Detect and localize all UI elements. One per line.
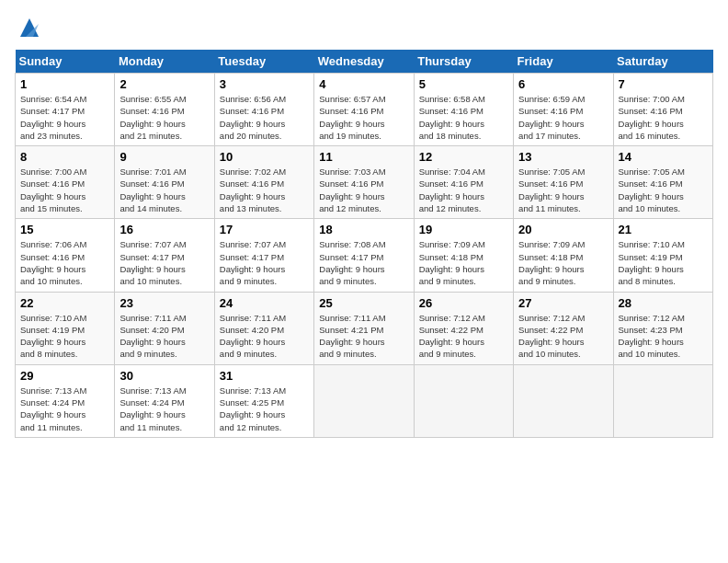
calendar-day-cell: 8Sunrise: 7:00 AMSunset: 4:16 PMDaylight… [16,146,115,219]
day-of-week-header: Tuesday [214,50,313,74]
day-info: Sunrise: 7:11 AMSunset: 4:20 PMDaylight:… [119,312,209,361]
logo [15,15,42,40]
day-info: Sunrise: 7:07 AMSunset: 4:17 PMDaylight:… [220,238,309,287]
page-header [15,15,713,40]
day-number: 15 [20,223,109,236]
day-number: 19 [419,223,508,236]
day-number: 27 [518,296,608,310]
day-number: 10 [220,150,309,164]
day-info: Sunrise: 7:03 AMSunset: 4:16 PMDaylight:… [319,166,408,214]
day-number: 14 [619,150,708,164]
day-info: Sunrise: 7:12 AMSunset: 4:22 PMDaylight:… [419,312,508,361]
day-info: Sunrise: 7:00 AMSunset: 4:16 PMDaylight:… [20,166,109,214]
day-info: Sunrise: 7:04 AMSunset: 4:16 PMDaylight:… [419,166,508,214]
day-number: 25 [319,296,408,310]
day-number: 31 [220,369,309,383]
calendar-day-cell: 2Sunrise: 6:55 AMSunset: 4:16 PMDaylight… [115,74,214,146]
day-number: 9 [119,150,209,164]
calendar-day-cell: 25Sunrise: 7:11 AMSunset: 4:21 PMDayligh… [314,292,414,364]
calendar-day-cell: 7Sunrise: 7:00 AMSunset: 4:16 PMDaylight… [613,74,712,146]
calendar-day-cell: 1Sunrise: 6:54 AMSunset: 4:17 PMDaylight… [16,74,115,146]
day-number: 12 [419,150,508,164]
day-number: 28 [619,296,708,310]
day-number: 7 [619,77,708,91]
calendar-day-cell: 23Sunrise: 7:11 AMSunset: 4:20 PMDayligh… [115,292,214,364]
day-info: Sunrise: 7:07 AMSunset: 4:17 PMDaylight:… [119,238,209,287]
day-of-week-header: Thursday [414,50,513,74]
day-info: Sunrise: 6:59 AMSunset: 4:16 PMDaylight:… [518,93,608,142]
day-header-row: SundayMondayTuesdayWednesdayThursdayFrid… [16,50,713,74]
calendar-day-cell: 6Sunrise: 6:59 AMSunset: 4:16 PMDaylight… [514,74,613,146]
day-info: Sunrise: 7:00 AMSunset: 4:16 PMDaylight:… [619,93,708,142]
day-number: 1 [20,77,109,91]
calendar-table: SundayMondayTuesdayWednesdayThursdayFrid… [15,50,713,438]
calendar-day-cell: 14Sunrise: 7:05 AMSunset: 4:16 PMDayligh… [613,146,712,219]
calendar-week-row: 15Sunrise: 7:06 AMSunset: 4:16 PMDayligh… [16,219,713,292]
day-number: 20 [518,223,608,236]
day-number: 3 [220,77,309,91]
calendar-day-cell: 15Sunrise: 7:06 AMSunset: 4:16 PMDayligh… [16,219,115,292]
calendar-day-cell: 21Sunrise: 7:10 AMSunset: 4:19 PMDayligh… [613,219,712,292]
day-of-week-header: Sunday [16,50,115,74]
day-number: 21 [619,223,708,236]
calendar-day-cell: 26Sunrise: 7:12 AMSunset: 4:22 PMDayligh… [414,292,513,364]
calendar-day-cell: 3Sunrise: 6:56 AMSunset: 4:16 PMDaylight… [214,74,313,146]
calendar-day-cell: 22Sunrise: 7:10 AMSunset: 4:19 PMDayligh… [16,292,115,364]
calendar-day-cell: 13Sunrise: 7:05 AMSunset: 4:16 PMDayligh… [514,146,613,219]
day-number: 30 [119,369,209,383]
day-number: 13 [518,150,608,164]
day-of-week-header: Wednesday [314,50,414,74]
calendar-day-cell: 10Sunrise: 7:02 AMSunset: 4:16 PMDayligh… [214,146,313,219]
calendar-day-cell [414,364,513,437]
calendar-day-cell: 5Sunrise: 6:58 AMSunset: 4:16 PMDaylight… [414,74,513,146]
day-info: Sunrise: 7:13 AMSunset: 4:25 PMDaylight:… [220,385,309,433]
calendar-day-cell: 27Sunrise: 7:12 AMSunset: 4:22 PMDayligh… [514,292,613,364]
day-info: Sunrise: 7:11 AMSunset: 4:20 PMDaylight:… [220,312,309,361]
day-number: 22 [20,296,109,310]
day-number: 26 [419,296,508,310]
calendar-day-cell: 4Sunrise: 6:57 AMSunset: 4:16 PMDaylight… [314,74,414,146]
calendar-day-cell [314,364,414,437]
logo-icon [17,15,42,40]
day-number: 16 [119,223,209,236]
page-container: SundayMondayTuesdayWednesdayThursdayFrid… [0,0,728,445]
calendar-day-cell: 30Sunrise: 7:13 AMSunset: 4:24 PMDayligh… [115,364,214,437]
day-info: Sunrise: 7:01 AMSunset: 4:16 PMDaylight:… [119,166,209,214]
day-info: Sunrise: 7:11 AMSunset: 4:21 PMDaylight:… [319,312,408,361]
calendar-week-row: 22Sunrise: 7:10 AMSunset: 4:19 PMDayligh… [16,292,713,364]
day-number: 24 [220,296,309,310]
day-of-week-header: Monday [115,50,214,74]
day-info: Sunrise: 6:54 AMSunset: 4:17 PMDaylight:… [20,93,109,142]
calendar-day-cell: 28Sunrise: 7:12 AMSunset: 4:23 PMDayligh… [613,292,712,364]
calendar-week-row: 29Sunrise: 7:13 AMSunset: 4:24 PMDayligh… [16,364,713,437]
calendar-day-cell: 17Sunrise: 7:07 AMSunset: 4:17 PMDayligh… [214,219,313,292]
calendar-day-cell: 11Sunrise: 7:03 AMSunset: 4:16 PMDayligh… [314,146,414,219]
day-info: Sunrise: 7:12 AMSunset: 4:22 PMDaylight:… [518,312,608,361]
day-info: Sunrise: 6:57 AMSunset: 4:16 PMDaylight:… [319,93,408,142]
day-number: 17 [220,223,309,236]
calendar-day-cell [613,364,712,437]
day-info: Sunrise: 7:10 AMSunset: 4:19 PMDaylight:… [619,238,708,287]
day-info: Sunrise: 7:05 AMSunset: 4:16 PMDaylight:… [518,166,608,214]
calendar-day-cell: 16Sunrise: 7:07 AMSunset: 4:17 PMDayligh… [115,219,214,292]
day-number: 6 [518,77,608,91]
day-info: Sunrise: 7:06 AMSunset: 4:16 PMDaylight:… [20,238,109,287]
day-number: 5 [419,77,508,91]
day-number: 4 [319,77,408,91]
calendar-day-cell: 18Sunrise: 7:08 AMSunset: 4:17 PMDayligh… [314,219,414,292]
calendar-week-row: 1Sunrise: 6:54 AMSunset: 4:17 PMDaylight… [16,74,713,146]
day-of-week-header: Saturday [613,50,712,74]
day-number: 11 [319,150,408,164]
day-of-week-header: Friday [514,50,613,74]
day-info: Sunrise: 7:13 AMSunset: 4:24 PMDaylight:… [20,385,109,433]
day-info: Sunrise: 6:55 AMSunset: 4:16 PMDaylight:… [119,93,209,142]
day-number: 18 [319,223,408,236]
day-info: Sunrise: 7:05 AMSunset: 4:16 PMDaylight:… [619,166,708,214]
day-info: Sunrise: 6:56 AMSunset: 4:16 PMDaylight:… [220,93,309,142]
calendar-day-cell: 9Sunrise: 7:01 AMSunset: 4:16 PMDaylight… [115,146,214,219]
day-info: Sunrise: 7:12 AMSunset: 4:23 PMDaylight:… [619,312,708,361]
calendar-day-cell: 12Sunrise: 7:04 AMSunset: 4:16 PMDayligh… [414,146,513,219]
day-number: 29 [20,369,109,383]
day-number: 23 [119,296,209,310]
calendar-day-cell: 31Sunrise: 7:13 AMSunset: 4:25 PMDayligh… [214,364,313,437]
